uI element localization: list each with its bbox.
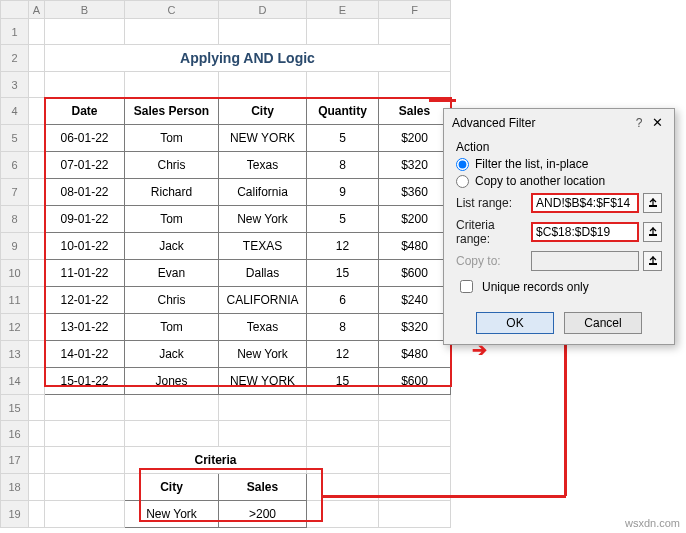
table-cell[interactable]: Tom — [125, 125, 219, 152]
table-cell[interactable]: 11-01-22 — [45, 260, 125, 287]
table-cell[interactable]: California — [219, 179, 307, 206]
criteria-range-label: Criteria range: — [456, 218, 531, 246]
row-header[interactable]: 12 — [1, 314, 29, 341]
table-cell[interactable]: Jack — [125, 341, 219, 368]
spreadsheet-grid[interactable]: A B C D E F 1 2 Applying AND Logic 3 4 D… — [0, 0, 451, 528]
table-cell[interactable]: 5 — [307, 206, 379, 233]
table-cell[interactable]: $240 — [379, 287, 451, 314]
table-cell[interactable]: 06-01-22 — [45, 125, 125, 152]
table-cell[interactable]: NEW YORK — [219, 368, 307, 395]
table-cell[interactable]: 09-01-22 — [45, 206, 125, 233]
table-cell[interactable]: Evan — [125, 260, 219, 287]
table-cell[interactable]: $320 — [379, 314, 451, 341]
row-header[interactable]: 9 — [1, 233, 29, 260]
col-header[interactable]: A — [29, 1, 45, 19]
col-header[interactable]: E — [307, 1, 379, 19]
table-cell[interactable]: 15-01-22 — [45, 368, 125, 395]
table-cell[interactable]: 12 — [307, 341, 379, 368]
table-cell[interactable]: $320 — [379, 152, 451, 179]
radio-in-place[interactable] — [456, 158, 469, 171]
range-picker-button[interactable] — [643, 251, 662, 271]
table-cell[interactable]: $480 — [379, 341, 451, 368]
criteria-range-input[interactable] — [531, 222, 639, 242]
row-header[interactable]: 17 — [1, 447, 29, 474]
row-header[interactable]: 6 — [1, 152, 29, 179]
table-cell[interactable]: $200 — [379, 125, 451, 152]
row-header[interactable]: 11 — [1, 287, 29, 314]
row-header[interactable]: 13 — [1, 341, 29, 368]
table-cell[interactable]: 15 — [307, 260, 379, 287]
table-cell[interactable]: 8 — [307, 152, 379, 179]
table-cell[interactable]: Chris — [125, 287, 219, 314]
row-header[interactable]: 15 — [1, 395, 29, 421]
option-copy-location[interactable]: Copy to another location — [456, 174, 662, 188]
table-cell[interactable]: 12-01-22 — [45, 287, 125, 314]
row-header[interactable]: 7 — [1, 179, 29, 206]
checkbox-unique[interactable] — [460, 280, 473, 293]
arrow-icon: ➔ — [472, 339, 487, 361]
table-cell[interactable]: 9 — [307, 179, 379, 206]
criteria-cell[interactable]: New York — [125, 501, 219, 528]
row-header[interactable]: 4 — [1, 98, 29, 125]
row-header[interactable]: 16 — [1, 421, 29, 447]
col-header[interactable]: F — [379, 1, 451, 19]
table-cell[interactable]: $360 — [379, 179, 451, 206]
option-filter-in-place[interactable]: Filter the list, in-place — [456, 157, 662, 171]
radio-copy[interactable] — [456, 175, 469, 188]
table-cell[interactable]: Texas — [219, 314, 307, 341]
table-cell[interactable]: 8 — [307, 314, 379, 341]
row-header[interactable]: 8 — [1, 206, 29, 233]
table-cell[interactable]: 12 — [307, 233, 379, 260]
criteria-cell[interactable]: >200 — [219, 501, 307, 528]
row-header[interactable]: 19 — [1, 501, 29, 528]
table-cell[interactable]: $200 — [379, 206, 451, 233]
cancel-button[interactable]: Cancel — [564, 312, 642, 334]
row-header[interactable]: 10 — [1, 260, 29, 287]
criteria-header: Sales — [219, 474, 307, 501]
table-cell[interactable]: CALIFORNIA — [219, 287, 307, 314]
unique-records-checkbox[interactable]: Unique records only — [456, 277, 662, 296]
table-cell[interactable]: Jack — [125, 233, 219, 260]
row-header[interactable]: 18 — [1, 474, 29, 501]
close-button[interactable]: ✕ — [648, 115, 666, 130]
col-header[interactable]: D — [219, 1, 307, 19]
table-cell[interactable]: Chris — [125, 152, 219, 179]
table-cell[interactable]: New York — [219, 341, 307, 368]
row-header[interactable]: 1 — [1, 19, 29, 45]
table-cell[interactable]: Richard — [125, 179, 219, 206]
ok-button[interactable]: OK — [476, 312, 554, 334]
row-header[interactable]: 5 — [1, 125, 29, 152]
table-cell[interactable]: TEXAS — [219, 233, 307, 260]
list-range-input[interactable] — [531, 193, 639, 213]
table-cell[interactable]: 5 — [307, 125, 379, 152]
table-cell[interactable]: 08-01-22 — [45, 179, 125, 206]
table-cell[interactable]: 07-01-22 — [45, 152, 125, 179]
col-header[interactable]: B — [45, 1, 125, 19]
range-picker-button[interactable] — [643, 193, 662, 213]
table-cell[interactable]: Jones — [125, 368, 219, 395]
table-cell[interactable]: NEW YORK — [219, 125, 307, 152]
table-cell[interactable]: $480 — [379, 233, 451, 260]
table-cell[interactable]: Dallas — [219, 260, 307, 287]
table-cell[interactable]: $600 — [379, 368, 451, 395]
table-cell[interactable]: 14-01-22 — [45, 341, 125, 368]
row-header[interactable]: 3 — [1, 72, 29, 98]
page-title: Applying AND Logic — [45, 45, 451, 72]
col-header[interactable]: C — [125, 1, 219, 19]
table-cell[interactable]: Texas — [219, 152, 307, 179]
table-header: Date — [45, 98, 125, 125]
table-cell[interactable]: Tom — [125, 314, 219, 341]
table-cell[interactable]: Tom — [125, 206, 219, 233]
table-cell[interactable]: 10-01-22 — [45, 233, 125, 260]
table-cell[interactable]: 6 — [307, 287, 379, 314]
table-cell[interactable]: 13-01-22 — [45, 314, 125, 341]
action-label: Action — [456, 140, 662, 154]
row-header[interactable]: 2 — [1, 45, 29, 72]
help-button[interactable]: ? — [630, 116, 648, 130]
row-header[interactable]: 14 — [1, 368, 29, 395]
range-picker-button[interactable] — [643, 222, 662, 242]
table-cell[interactable]: 15 — [307, 368, 379, 395]
table-cell[interactable]: New York — [219, 206, 307, 233]
table-cell[interactable]: $600 — [379, 260, 451, 287]
advanced-filter-dialog: Advanced Filter ? ✕ Action Filter the li… — [443, 108, 675, 345]
